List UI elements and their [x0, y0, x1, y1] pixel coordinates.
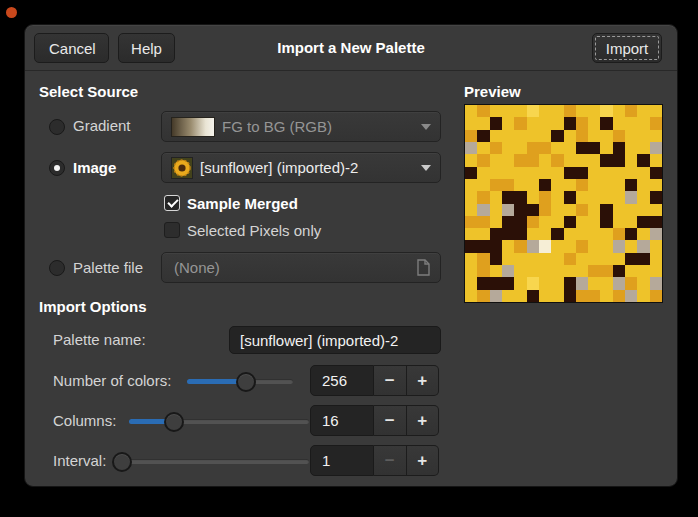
- palette-cell: [613, 167, 625, 179]
- slider-handle[interactable]: [164, 412, 184, 432]
- palette-cell: [576, 228, 588, 240]
- slider-handle[interactable]: [236, 372, 256, 392]
- palette-cell: [551, 228, 563, 240]
- palette-cell: [600, 130, 612, 142]
- palette-cell: [600, 204, 612, 216]
- gradient-select[interactable]: FG to BG (RGB): [161, 111, 441, 142]
- columns-value[interactable]: 16: [310, 405, 374, 436]
- palette-cell: [502, 105, 514, 117]
- palette-name-input[interactable]: [sunflower] (imported)-2: [229, 326, 441, 354]
- palette-cell: [576, 204, 588, 216]
- palette-cell: [588, 167, 600, 179]
- palette-cell: [514, 204, 526, 216]
- palette-cell: [650, 204, 662, 216]
- image-radio[interactable]: [49, 160, 65, 176]
- columns-slider[interactable]: [129, 419, 309, 424]
- palette-cell: [502, 167, 514, 179]
- slider-handle[interactable]: [112, 452, 132, 472]
- palette-cell: [613, 265, 625, 277]
- image-select-value: [sunflower] (imported)-2: [200, 159, 414, 176]
- image-radio-label[interactable]: Image: [73, 158, 116, 178]
- selected-pixels-checkbox[interactable]: [164, 222, 180, 238]
- sample-merged-label[interactable]: Sample Merged: [187, 194, 298, 214]
- palette-name-label: Palette name:: [53, 330, 146, 350]
- palette-cell: [613, 117, 625, 129]
- palette-cell: [637, 117, 649, 129]
- interval-slider[interactable]: [114, 459, 309, 464]
- palette-cell: [490, 154, 502, 166]
- image-select[interactable]: [sunflower] (imported)-2: [161, 152, 441, 183]
- gradient-swatch-icon: [171, 117, 215, 137]
- sample-merged-checkbox[interactable]: [164, 195, 180, 211]
- dropdown-arrow-icon: [421, 124, 431, 130]
- palette-cell: [625, 142, 637, 154]
- palette-cell: [514, 277, 526, 289]
- number-of-colors-value[interactable]: 256: [310, 365, 374, 396]
- palette-cell: [551, 117, 563, 129]
- columns-plus-button[interactable]: +: [407, 405, 440, 436]
- palette-cell: [527, 204, 539, 216]
- palette-cell: [576, 265, 588, 277]
- columns-minus-button[interactable]: −: [374, 405, 407, 436]
- palette-cell: [465, 204, 477, 216]
- palette-cell: [527, 265, 539, 277]
- palette-cell: [625, 117, 637, 129]
- palette-cell: [576, 142, 588, 154]
- number-of-colors-spinbox: 256 − +: [310, 365, 439, 396]
- palette-cell: [564, 265, 576, 277]
- palette-cell: [588, 130, 600, 142]
- number-of-colors-plus-button[interactable]: +: [407, 365, 440, 396]
- palette-cell: [539, 142, 551, 154]
- palette-cell: [551, 154, 563, 166]
- palette-cell: [539, 290, 551, 302]
- palette-cell: [514, 117, 526, 129]
- palette-cell: [637, 290, 649, 302]
- palette-cell: [502, 130, 514, 142]
- palette-file-radio-label[interactable]: Palette file: [73, 258, 143, 278]
- palette-cell: [625, 130, 637, 142]
- palette-cell: [650, 216, 662, 228]
- palette-cell: [465, 240, 477, 252]
- palette-cell: [588, 191, 600, 203]
- palette-cell: [514, 142, 526, 154]
- palette-cell: [477, 142, 489, 154]
- palette-cell: [465, 167, 477, 179]
- palette-cell: [650, 179, 662, 191]
- palette-cell: [490, 204, 502, 216]
- gradient-radio[interactable]: [49, 119, 65, 135]
- interval-label: Interval:: [53, 451, 106, 471]
- palette-cell: [637, 167, 649, 179]
- palette-cell: [564, 290, 576, 302]
- palette-cell: [613, 130, 625, 142]
- palette-cell: [650, 277, 662, 289]
- interval-value[interactable]: 1: [310, 445, 374, 476]
- palette-cell: [502, 191, 514, 203]
- palette-cell: [514, 167, 526, 179]
- palette-cell: [650, 265, 662, 277]
- selected-pixels-label[interactable]: Selected Pixels only: [187, 221, 321, 241]
- palette-cell: [539, 216, 551, 228]
- palette-cell: [576, 240, 588, 252]
- interval-minus-button[interactable]: −: [374, 445, 407, 476]
- palette-cell: [490, 216, 502, 228]
- palette-file-radio[interactable]: [49, 260, 65, 276]
- palette-cell: [490, 105, 502, 117]
- palette-cell: [564, 179, 576, 191]
- palette-file-chooser[interactable]: (None): [161, 252, 441, 283]
- palette-cell: [625, 204, 637, 216]
- palette-cell: [465, 290, 477, 302]
- palette-cell: [539, 277, 551, 289]
- palette-cell: [588, 117, 600, 129]
- palette-cell: [477, 130, 489, 142]
- palette-cell: [637, 216, 649, 228]
- palette-cell: [502, 117, 514, 129]
- number-of-colors-slider[interactable]: [187, 379, 293, 384]
- palette-cell: [588, 240, 600, 252]
- import-button[interactable]: Import: [592, 33, 662, 63]
- gradient-radio-label[interactable]: Gradient: [73, 116, 131, 136]
- interval-plus-button[interactable]: +: [407, 445, 440, 476]
- palette-cell: [613, 204, 625, 216]
- import-options-heading: Import Options: [39, 297, 147, 317]
- number-of-colors-minus-button[interactable]: −: [374, 365, 407, 396]
- palette-cell: [613, 216, 625, 228]
